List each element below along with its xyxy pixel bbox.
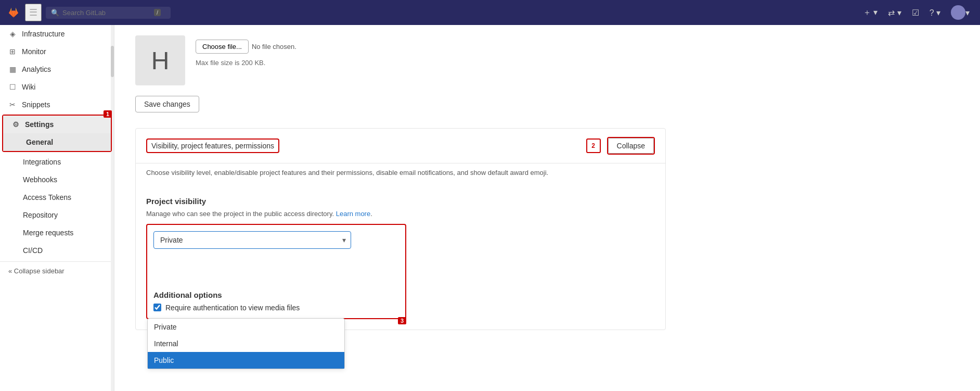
code-review-button[interactable]: ⇄ ▾ (884, 5, 905, 21)
section-title: Visibility, project features, permission… (146, 138, 279, 153)
sidebar-sub-label: Webhooks (23, 175, 57, 184)
sidebar-item-wiki[interactable]: ☐ Wiki (0, 78, 114, 96)
dropdown-menu: Private Internal Public (147, 318, 345, 369)
learn-more-link[interactable]: Learn more (336, 210, 370, 218)
dropdown-option-public[interactable]: Public (148, 352, 344, 369)
project-visibility-label: Project visibility (146, 197, 655, 206)
require-auth-label: Require authentication to view media fil… (165, 304, 300, 312)
section-header-right: 2 Collapse (586, 137, 655, 155)
sidebar-item-cicd[interactable]: CI/CD (0, 242, 114, 259)
sidebar-sub-label: General (26, 138, 53, 146)
collapse-button[interactable]: Collapse (608, 138, 654, 154)
slash-shortcut: / (154, 9, 161, 16)
settings-icon: ⚙ (11, 120, 20, 129)
avatar-section: H Choose file... No file chosen. Max fil… (135, 35, 666, 85)
collapse-btn-annotation: Collapse (607, 137, 655, 155)
sidebar-sub-label: Merge requests (23, 229, 73, 237)
create-new-button[interactable]: ＋ ▾ (859, 4, 882, 21)
sidebar-item-infrastructure[interactable]: ◈ Infrastructure (0, 25, 114, 43)
require-auth-row: Require authentication to view media fil… (153, 304, 399, 312)
sidebar-item-webhooks[interactable]: Webhooks (0, 171, 114, 188)
sidebar-item-settings[interactable]: ⚙ Settings (3, 116, 111, 133)
sidebar-item-label: Infrastructure (22, 30, 65, 38)
navbar: ☰ 🔍 / ＋ ▾ ⇄ ▾ ☑ ? ▾ ▾ (0, 0, 980, 25)
main-content: H Choose file... No file chosen. Max fil… (114, 25, 980, 391)
gitlab-logo[interactable] (6, 5, 21, 20)
help-button[interactable]: ? ▾ (925, 5, 945, 21)
section-header-left: Visibility, project features, permission… (146, 138, 586, 153)
snippets-icon: ✂ (8, 100, 17, 109)
visibility-dropdown-wrapper: Private Internal Public ▾ (153, 231, 351, 249)
analytics-icon: ▦ (8, 65, 17, 73)
search-icon: 🔍 (51, 9, 59, 17)
hamburger-button[interactable]: ☰ (25, 4, 42, 21)
section-description: Choose visibility level, enable/disable … (136, 163, 665, 186)
sidebar-item-label: Settings (25, 120, 54, 129)
dropdown-annotation-box: 3 Private Internal Public ▾ (146, 224, 406, 319)
avatar-letter: H (151, 46, 170, 75)
sidebar-item-monitor[interactable]: ⊞ Monitor (0, 43, 114, 60)
additional-options-title: Additional options (153, 291, 399, 299)
save-changes-button[interactable]: Save changes (135, 96, 199, 112)
sidebar-item-label: Wiki (22, 83, 35, 91)
wiki-icon: ☐ (8, 83, 17, 91)
sidebar-item-repository[interactable]: Repository (0, 206, 114, 224)
sidebar-item-label: Analytics (22, 65, 51, 73)
dropdown-option-internal[interactable]: Internal (148, 335, 344, 352)
collapse-sidebar-label: « Collapse sidebar (8, 267, 65, 275)
visibility-dropdown[interactable]: Private Internal Public (153, 231, 351, 249)
sidebar-item-general[interactable]: General (3, 133, 111, 151)
monitor-icon: ⊞ (8, 47, 17, 56)
avatar-file-info: Choose file... No file chosen. Max file … (196, 35, 296, 67)
sidebar-sub-label: Access Tokens (23, 193, 71, 201)
section-body: Project visibility Manage who can see th… (136, 186, 665, 330)
additional-options: Additional options Require authenticatio… (153, 291, 399, 312)
todo-button[interactable]: ☑ (908, 5, 923, 21)
file-row: Choose file... No file chosen. (196, 40, 296, 54)
sidebar-sub-label: CI/CD (23, 246, 43, 255)
sidebar-sub-label: Repository (23, 211, 58, 219)
sidebar-item-analytics[interactable]: ▦ Analytics (0, 60, 114, 78)
content-inner: H Choose file... No file chosen. Max fil… (114, 25, 687, 351)
annotation-3-label: 3 (398, 317, 406, 324)
visibility-section: Visibility, project features, permission… (135, 128, 666, 330)
project-visibility-description: Manage who can see the project in the pu… (146, 210, 655, 218)
sidebar-item-merge-requests[interactable]: Merge requests (0, 224, 114, 242)
sidebar-item-label: Snippets (22, 100, 50, 109)
infrastructure-icon: ◈ (8, 30, 17, 38)
collapse-sidebar-button[interactable]: « Collapse sidebar (0, 261, 114, 280)
avatar-placeholder: H (135, 35, 185, 85)
require-auth-checkbox[interactable] (153, 304, 161, 311)
user-avatar-button[interactable]: ▾ (947, 2, 974, 23)
sidebar-item-access-tokens[interactable]: Access Tokens (0, 188, 114, 206)
search-bar[interactable]: 🔍 / (46, 7, 171, 19)
choose-file-button[interactable]: Choose file... (196, 40, 249, 54)
annotation-1-label: 1 (104, 110, 112, 118)
sidebar: ◈ Infrastructure ⊞ Monitor ▦ Analytics ☐… (0, 25, 114, 391)
max-file-size-text: Max file size is 200 KB. (196, 59, 296, 67)
sidebar-sub-label: Integrations (23, 158, 61, 166)
navbar-right-actions: ＋ ▾ ⇄ ▾ ☑ ? ▾ ▾ (859, 2, 974, 23)
annotation-2: 2 (586, 138, 601, 153)
section-header: Visibility, project features, permission… (136, 129, 665, 163)
sidebar-item-integrations[interactable]: Integrations (0, 153, 114, 171)
search-input[interactable] (62, 9, 151, 17)
sidebar-item-snippets[interactable]: ✂ Snippets (0, 96, 114, 113)
dropdown-option-private[interactable]: Private (148, 319, 344, 335)
no-file-text: No file chosen. (252, 43, 296, 51)
main-layout: ◈ Infrastructure ⊞ Monitor ▦ Analytics ☐… (0, 25, 980, 391)
sidebar-item-label: Monitor (22, 47, 46, 56)
